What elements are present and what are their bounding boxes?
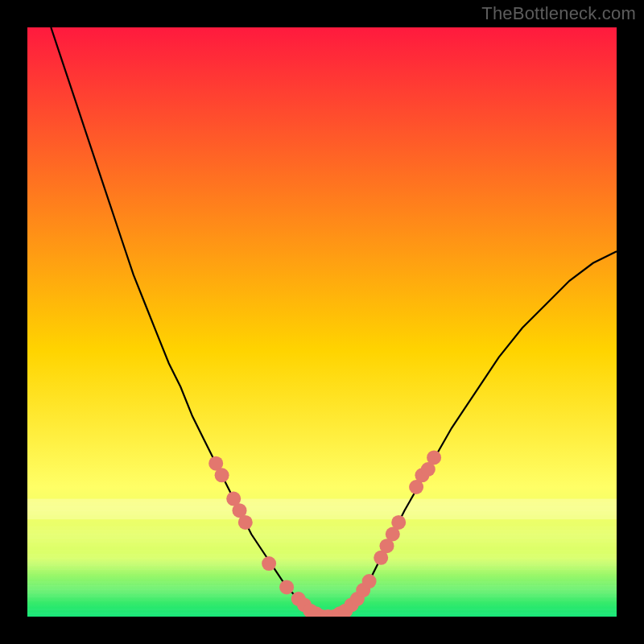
svg-rect-25 [27,597,617,601]
svg-rect-10 [27,538,617,542]
svg-rect-8 [27,530,617,535]
svg-rect-26 [27,601,617,605]
chart-container: TheBottleneck.com [0,0,644,644]
svg-point-54 [391,515,406,530]
svg-rect-18 [27,569,617,573]
svg-rect-14 [27,554,617,558]
svg-rect-12 [27,546,617,550]
svg-rect-23 [27,589,617,593]
svg-rect-7 [27,526,617,530]
svg-point-37 [279,580,294,594]
bottom-bands [27,499,617,617]
svg-rect-30 [27,499,617,520]
svg-rect-13 [27,550,617,554]
svg-rect-6 [27,522,617,526]
svg-rect-9 [27,535,617,539]
plot-area [27,27,617,617]
svg-point-35 [238,515,253,530]
svg-rect-11 [27,542,617,546]
svg-point-58 [427,450,441,464]
svg-rect-17 [27,566,617,570]
svg-rect-19 [27,573,617,577]
svg-point-50 [362,574,377,588]
watermark-text: TheBottleneck.com [481,3,636,24]
svg-rect-27 [27,605,617,609]
svg-point-32 [215,468,229,482]
svg-rect-20 [27,577,617,581]
svg-rect-21 [27,581,617,585]
chart-svg [27,27,617,617]
svg-rect-15 [27,558,617,562]
svg-rect-24 [27,593,617,597]
svg-rect-22 [27,585,617,589]
svg-point-36 [262,556,276,571]
svg-rect-16 [27,562,617,566]
